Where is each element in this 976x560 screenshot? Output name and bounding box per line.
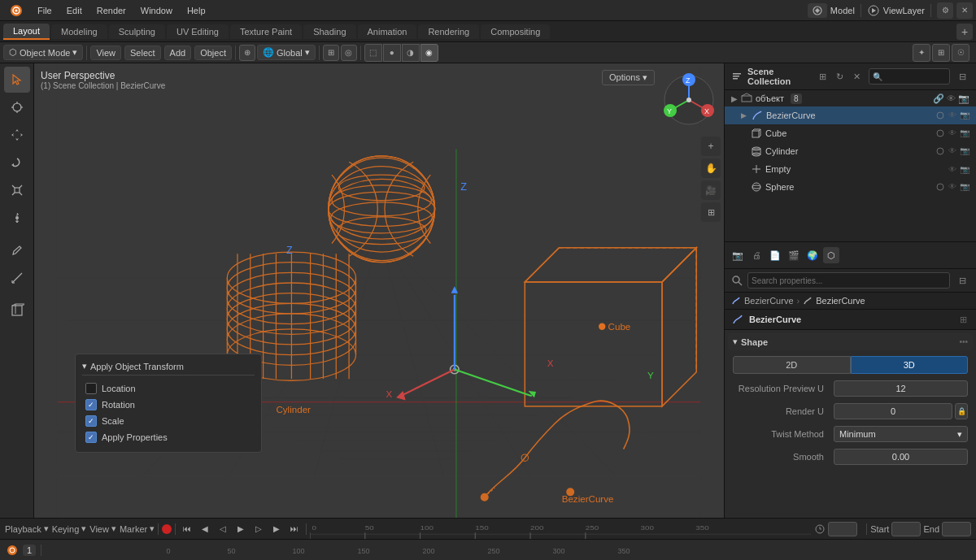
solid-btn[interactable]: ● (383, 44, 401, 62)
step-back-btn[interactable]: ◀ (197, 521, 213, 537)
outliner-item-sphere[interactable]: Sphere 👁 📷 (725, 178, 976, 196)
location-checkbox[interactable] (85, 383, 97, 394)
gizmo-toggle-btn[interactable]: ✦ (913, 44, 930, 62)
outliner-item-beziercurve[interactable]: ▶ BezierCurve 👁 📷 (725, 106, 976, 124)
tab-uv-editing[interactable]: UV Editing (167, 24, 229, 39)
tab-sculpting[interactable]: Sculpting (109, 24, 165, 39)
timeline-view-menu[interactable]: View ▾ (89, 523, 116, 534)
step-fwd-btn[interactable]: ▷ (251, 521, 267, 537)
playback-menu[interactable]: Playback ▾ (5, 523, 49, 534)
keying-label[interactable]: Keying (52, 524, 80, 534)
apply-props-checkbox[interactable] (85, 432, 97, 443)
tab-shading[interactable]: Shading (303, 24, 355, 39)
navigation-gizmo[interactable]: Z X Y (660, 72, 717, 128)
scene-link-icon[interactable]: 🔗 (933, 93, 944, 104)
zoom-in-btn[interactable]: + (701, 137, 721, 156)
outliner-filter-btn[interactable]: ⊞ (815, 69, 830, 84)
tab-layout[interactable]: Layout (3, 24, 50, 40)
cam-icon-bc[interactable]: 📷 (960, 111, 969, 120)
scene-collection-row[interactable]: ▶ объект 8 🔗 👁 📷 (725, 90, 976, 106)
global-transform-dropdown[interactable]: 🌐 Global ▾ (257, 45, 316, 60)
outliner-item-empty[interactable]: Empty 👁 📷 (725, 160, 976, 178)
file-menu[interactable]: File (31, 4, 59, 17)
proportional-edit-btn[interactable]: ◎ (341, 45, 357, 61)
edit-menu[interactable]: Edit (60, 4, 89, 17)
eye-icon-cyl[interactable]: 👁 (948, 146, 956, 156)
tab-texture-paint[interactable]: Texture Paint (230, 24, 302, 39)
eye-icon-cube[interactable]: 👁 (948, 128, 956, 138)
marker-label[interactable]: Marker (120, 524, 147, 534)
prop-icon-scene[interactable]: 🎬 (786, 247, 802, 263)
cursor-tool-btn[interactable] (4, 94, 30, 120)
outliner-item-cylinder[interactable]: Cylinder 👁 📷 (725, 142, 976, 160)
smooth-input[interactable]: 0.00 (834, 449, 968, 465)
shape-section-header[interactable]: ▾ Shape ••• (728, 333, 973, 350)
scene-camera-icon[interactable]: 📷 (958, 93, 969, 104)
options-btn-label[interactable]: Options ▾ (602, 70, 655, 85)
skip-start-btn[interactable]: ⏮ (179, 521, 195, 537)
blender-menu[interactable] (3, 2, 29, 19)
material-preview-btn[interactable]: ◑ (402, 44, 420, 62)
prop-icon-world[interactable]: 🌍 (804, 247, 821, 263)
render-menu[interactable]: Render (90, 4, 133, 17)
collapse-icon[interactable]: ▾ (82, 361, 87, 371)
outliner-item-cube[interactable]: Cube 👁 📷 (725, 124, 976, 142)
keying-menu[interactable]: Keying ▾ (52, 523, 87, 534)
add-menu-btn[interactable]: Add (164, 46, 192, 60)
rotate-tool-btn[interactable] (4, 150, 30, 176)
apply-props-row[interactable]: Apply Properties (82, 429, 255, 445)
props-search-input[interactable] (747, 272, 950, 289)
transform-pivot-btn[interactable]: ⊕ (239, 45, 255, 61)
2d-btn[interactable]: 2D (733, 356, 851, 374)
playback-label[interactable]: Playback (5, 524, 41, 534)
overlay-toggle-btn[interactable]: ⊞ (932, 44, 950, 62)
viewport-3d[interactable]: Z Z X X Y (34, 63, 724, 518)
camera-btn[interactable]: 🎥 (701, 180, 721, 200)
prop-icon-view-layer[interactable]: 📄 (767, 247, 783, 263)
prop-icon-render[interactable]: 📷 (730, 247, 746, 263)
record-btn[interactable] (162, 524, 172, 534)
xray-toggle-btn[interactable]: ☉ (952, 44, 969, 62)
transform-tool-btn[interactable] (4, 205, 30, 231)
eye-icon-bc[interactable]: 👁 (948, 111, 956, 120)
move-tool-btn[interactable] (4, 122, 30, 148)
hand-pan-btn[interactable]: ✋ (701, 158, 721, 178)
outliner-close-btn[interactable]: ✕ (849, 69, 864, 84)
cam-icon-empty[interactable]: 📷 (960, 165, 969, 174)
eye-icon-sphere[interactable]: 👁 (948, 182, 956, 192)
resolution-preview-input[interactable]: 12 (834, 380, 968, 397)
view-label[interactable]: View (89, 524, 109, 534)
measure-tool-btn[interactable] (4, 265, 30, 291)
tab-rendering[interactable]: Rendering (418, 24, 479, 39)
render-u-input[interactable]: 0 (834, 403, 952, 419)
eye-icon-empty[interactable]: 👁 (948, 165, 956, 174)
grid-view-btn[interactable]: ⊞ (701, 202, 721, 222)
prop-icon-object[interactable]: ⬡ (823, 247, 839, 263)
scale-tool-btn[interactable] (4, 177, 30, 203)
scale-checkbox[interactable] (85, 415, 97, 427)
rotation-checkbox[interactable] (85, 399, 97, 410)
object-menu-btn[interactable]: Object (194, 46, 232, 60)
rendered-btn[interactable]: ◉ (420, 44, 438, 62)
outliner-search-input[interactable] (869, 68, 950, 85)
props-expand-btn[interactable]: ⊞ (956, 313, 969, 326)
outliner-sync-btn[interactable]: ↻ (832, 69, 847, 84)
prop-icon-output[interactable]: 🖨 (748, 247, 765, 263)
window-menu[interactable]: Window (134, 4, 179, 17)
tab-modeling[interactable]: Modeling (51, 24, 107, 39)
select-menu-btn[interactable]: Select (124, 46, 161, 60)
add-workspace-btn[interactable]: + (956, 24, 973, 40)
end-frame-input[interactable]: 250 (942, 522, 971, 536)
cam-icon-cyl[interactable]: 📷 (960, 146, 969, 156)
timeline-ruler[interactable]: 0 50 100 150 200 250 300 350 (310, 519, 811, 539)
cam-icon-sphere[interactable]: 📷 (960, 182, 969, 192)
twist-method-dropdown[interactable]: Minimum ▾ (834, 426, 968, 442)
snap-btn[interactable]: ⊞ (323, 45, 339, 61)
annotate-tool-btn[interactable] (4, 237, 30, 263)
marker-menu[interactable]: Marker ▾ (120, 523, 155, 534)
add-cube-tool-btn[interactable] (4, 297, 30, 323)
object-mode-dropdown[interactable]: ⬡ Object Mode ▾ (3, 45, 83, 60)
scene-eye-icon[interactable]: 👁 (947, 93, 956, 104)
select-tool-btn[interactable] (4, 67, 30, 93)
tab-animation[interactable]: Animation (358, 24, 417, 39)
